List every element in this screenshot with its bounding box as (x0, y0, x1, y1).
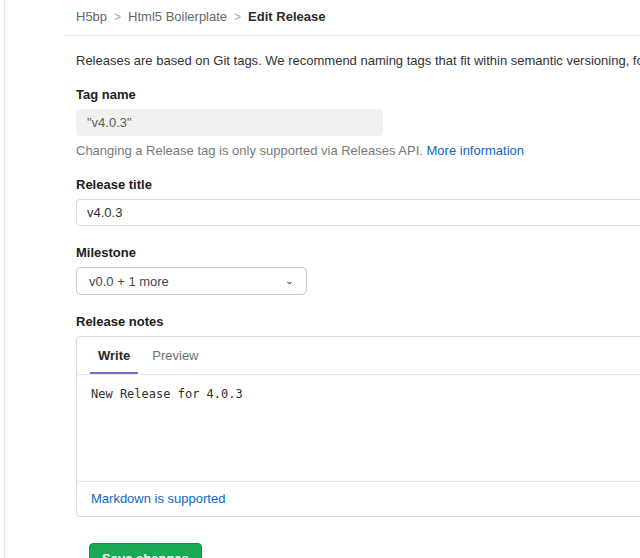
breadcrumb: H5bp > Html5 Boilerplate > Edit Release (63, 0, 640, 36)
content-left-divider (4, 0, 5, 558)
release-notes-label: Release notes (76, 314, 640, 329)
form-content: Releases are based on Git tags. We recom… (63, 53, 640, 558)
tab-preview[interactable]: Preview (144, 337, 206, 374)
breadcrumb-separator-icon: > (234, 10, 241, 24)
breadcrumb-separator-icon: > (114, 10, 121, 24)
release-notes-textarea[interactable]: New Release for 4.0.3 (77, 375, 640, 481)
edit-release-page: H5bp > Html5 Boilerplate > Edit Release … (63, 0, 640, 558)
breadcrumb-item-project[interactable]: Html5 Boilerplate (128, 9, 227, 24)
editor-footer: Markdown is supported (77, 481, 640, 516)
milestone-label: Milestone (76, 245, 640, 260)
intro-text-body: Releases are based on Git tags. We recom… (76, 53, 640, 68)
tag-name-input (76, 109, 383, 136)
tag-name-label: Tag name (76, 87, 640, 102)
chevron-down-icon: ⌄ (285, 276, 294, 286)
save-changes-button[interactable]: Save changes (89, 543, 202, 558)
release-title-label: Release title (76, 177, 640, 192)
breadcrumb-item-group[interactable]: H5bp (76, 9, 107, 24)
tag-name-help-body: Changing a Release tag is only supported… (76, 143, 423, 158)
milestone-dropdown[interactable]: v0.0 + 1 more ⌄ (76, 267, 307, 295)
release-title-input[interactable] (76, 199, 640, 226)
more-information-link[interactable]: More information (427, 143, 525, 158)
tag-name-help-text: Changing a Release tag is only supported… (76, 143, 640, 158)
release-notes-editor: Write Preview New Release for 4.0.3 Mark… (76, 336, 640, 517)
tab-write[interactable]: Write (90, 337, 138, 374)
breadcrumb-item-current-page: Edit Release (248, 9, 325, 24)
milestone-selected-value: v0.0 + 1 more (89, 274, 169, 289)
markdown-supported-link[interactable]: Markdown is supported (91, 491, 225, 506)
intro-text: Releases are based on Git tags. We recom… (76, 53, 640, 68)
editor-tab-bar: Write Preview (77, 337, 640, 375)
